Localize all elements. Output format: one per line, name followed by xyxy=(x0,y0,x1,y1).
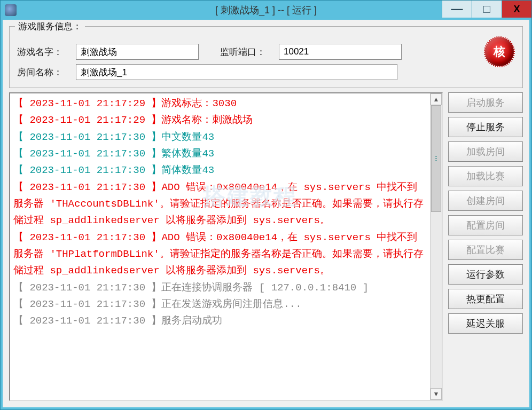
titlebar[interactable]: [ 刺激战场_1 ] -- [ 运行 ] — □ X xyxy=(1,1,531,20)
delay-close-button[interactable]: 延迟关服 xyxy=(448,313,523,334)
client-area: 游戏服务信息： 游戏名字： 监听端口： 核 房间名称： 【 2023-11-01 xyxy=(3,20,529,407)
window-controls: — □ X xyxy=(442,1,531,20)
load-room-button[interactable]: 加载房间 xyxy=(448,141,523,162)
close-button[interactable]: X xyxy=(502,1,531,18)
form-rows: 游戏名字： 监听端口： 核 房间名称： xyxy=(17,36,515,80)
scroll-thumb[interactable] xyxy=(431,105,441,212)
scroll-track[interactable] xyxy=(431,105,442,388)
window-title: [ 刺激战场_1 ] -- [ 运行 ] xyxy=(215,4,317,17)
room-name-label: 房间名称： xyxy=(17,66,71,78)
game-name-input[interactable] xyxy=(76,44,199,60)
casino-chip-icon: 核 xyxy=(484,36,515,67)
log-line: 【 2023-11-01 21:17:30 】正在发送游戏房间注册信息... xyxy=(13,296,427,313)
log-line: 【 2023-11-01 21:17:30 】正在连接协调服务器 [ 127.0… xyxy=(13,280,427,296)
log-line: 【 2023-11-01 21:17:30 】ADO 错误：0x80040e14… xyxy=(13,230,427,280)
log-line: 【 2023-11-01 21:17:30 】ADO 错误：0x80040e14… xyxy=(13,179,427,230)
stop-service-button[interactable]: 停止服务 xyxy=(448,117,523,137)
app-icon xyxy=(5,4,17,16)
vertical-scrollbar[interactable]: ▲ ▼ xyxy=(430,93,442,400)
scroll-up-button[interactable]: ▲ xyxy=(431,93,442,105)
config-match-button[interactable]: 配置比赛 xyxy=(448,240,523,260)
config-room-button[interactable]: 配置房间 xyxy=(448,215,523,235)
log-line: 【 2023-11-01 21:17:30 】繁体数量43 xyxy=(13,146,427,162)
load-match-button[interactable]: 加载比赛 xyxy=(448,166,523,186)
log-panel: 【 2023-11-01 21:17:29 】游戏标志：3030【 2023-1… xyxy=(9,92,443,401)
form-row-2: 房间名称： xyxy=(17,64,515,80)
server-info-group: 游戏服务信息： 游戏名字： 监听端口： 核 房间名称： xyxy=(9,26,523,88)
run-params-button[interactable]: 运行参数 xyxy=(448,264,523,285)
start-service-button[interactable]: 启动服务 xyxy=(448,92,523,113)
main-area: 【 2023-11-01 21:17:29 】游戏标志：3030【 2023-1… xyxy=(9,92,523,401)
log-line: 【 2023-11-01 21:17:30 】简体数量43 xyxy=(13,162,427,179)
group-legend: 游戏服务信息： xyxy=(15,20,85,33)
room-name-input[interactable] xyxy=(76,64,397,80)
listen-port-input[interactable] xyxy=(279,44,402,60)
log-content[interactable]: 【 2023-11-01 21:17:29 】游戏标志：3030【 2023-1… xyxy=(10,93,430,400)
listen-port-label: 监听端口： xyxy=(220,46,273,58)
maximize-button[interactable]: □ xyxy=(472,1,502,18)
log-line: 【 2023-11-01 21:17:30 】服务启动成功 xyxy=(13,313,427,329)
minimize-button[interactable]: — xyxy=(442,1,472,18)
scroll-down-button[interactable]: ▼ xyxy=(431,388,442,400)
log-line: 【 2023-11-01 21:17:30 】中文数量43 xyxy=(13,129,427,146)
create-room-button[interactable]: 创建房间 xyxy=(448,191,523,211)
log-line: 【 2023-11-01 21:17:29 】游戏名称：刺激战场 xyxy=(13,112,427,129)
game-name-label: 游戏名字： xyxy=(17,46,71,58)
hot-config-button[interactable]: 热更配置 xyxy=(448,289,523,309)
button-column: 启动服务 停止服务 加载房间 加载比赛 创建房间 配置房间 配置比赛 运行参数 … xyxy=(448,92,523,401)
log-line: 【 2023-11-01 21:17:29 】游戏标志：3030 xyxy=(13,96,427,112)
titlebar-left xyxy=(5,4,17,16)
form-row-1: 游戏名字： 监听端口： 核 xyxy=(17,36,515,67)
app-window: [ 刺激战场_1 ] -- [ 运行 ] — □ X 游戏服务信息： 游戏名字：… xyxy=(0,0,532,410)
